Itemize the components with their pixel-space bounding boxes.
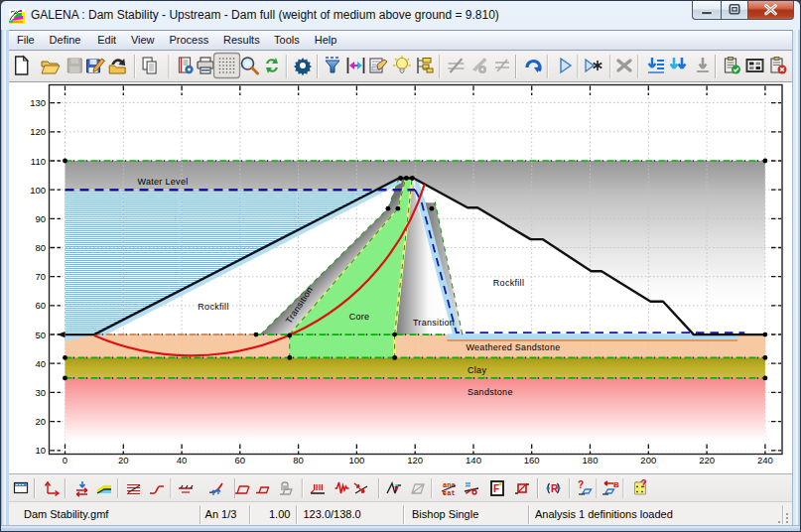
svg-text:50: 50 (35, 330, 46, 340)
svg-text:Water Level: Water Level (138, 177, 189, 187)
svg-text:20: 20 (35, 416, 46, 427)
svg-text:80: 80 (35, 242, 46, 253)
svg-text:B: B (613, 480, 619, 489)
svg-text:*: * (499, 480, 503, 490)
svg-text:40: 40 (35, 358, 46, 369)
svg-text:Core: Core (349, 312, 370, 322)
svg-text:130: 130 (30, 97, 46, 108)
svg-text:120: 120 (407, 455, 423, 466)
svg-text:Sandstone: Sandstone (467, 387, 513, 397)
svg-text:90: 90 (35, 213, 46, 224)
svg-text:30: 30 (35, 387, 46, 398)
svg-text:20: 20 (118, 455, 129, 466)
svg-text:200: 200 (640, 455, 656, 466)
svg-text:10: 10 (35, 445, 46, 456)
svg-text:60: 60 (235, 455, 246, 466)
svg-text:70: 70 (35, 271, 46, 282)
svg-text:0: 0 (63, 455, 67, 466)
svg-text:240: 240 (757, 455, 773, 466)
svg-text:100: 100 (348, 455, 364, 466)
svg-text:110: 110 (31, 156, 46, 167)
svg-text:Rockfill: Rockfill (493, 278, 524, 288)
svg-text:100: 100 (30, 185, 46, 196)
svg-text:Clay: Clay (467, 365, 486, 375)
svg-text:160: 160 (524, 455, 540, 466)
svg-text:Rockfill: Rockfill (198, 302, 228, 312)
svg-text:80: 80 (293, 455, 304, 466)
svg-text:60: 60 (35, 300, 46, 311)
svg-text:180: 180 (583, 455, 599, 466)
svg-text:Transition: Transition (413, 318, 455, 328)
svg-text:?: ? (641, 478, 647, 489)
svg-text:220: 220 (699, 455, 715, 466)
svg-text:120: 120 (30, 126, 46, 137)
svg-text:Weathered Sandstone: Weathered Sandstone (466, 342, 560, 352)
svg-text:40: 40 (177, 455, 188, 466)
svg-text:?: ? (578, 479, 584, 490)
svg-text:140: 140 (466, 455, 481, 466)
